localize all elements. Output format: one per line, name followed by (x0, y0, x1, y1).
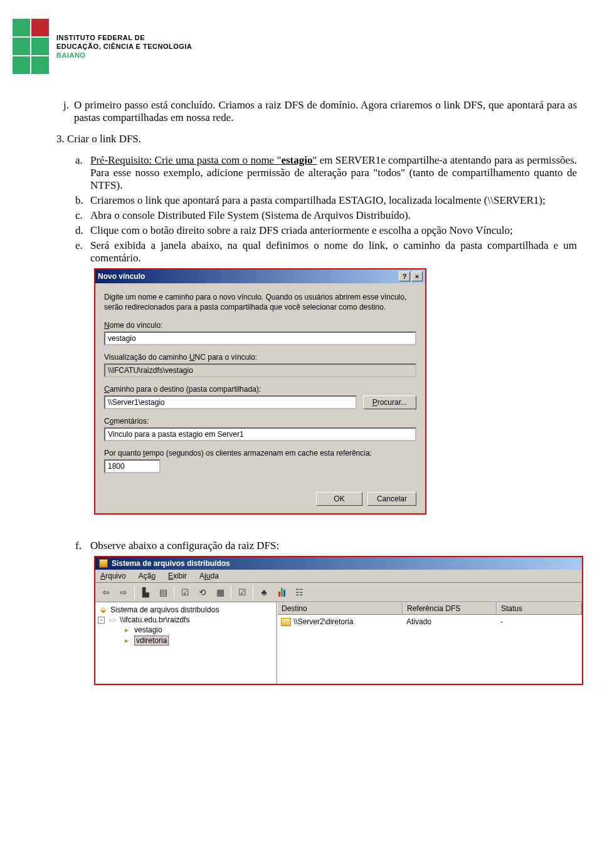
nome-vinculo-label: Nome do vínculo: (104, 321, 416, 330)
link-icon: ▸ (122, 636, 132, 645)
menu-arquivo[interactable]: Arquivo (100, 572, 126, 580)
chart-icon[interactable] (275, 585, 288, 599)
close-button[interactable]: × (411, 271, 423, 281)
map-icon[interactable]: ♣ (257, 585, 271, 599)
caminho-label: Caminho para o destino (pasta compartilh… (104, 385, 416, 394)
subitem-d: d. Clique com o botão direito sobre a ra… (75, 224, 577, 237)
cache-label: Por quanto tempo (segundos) os clientes … (104, 449, 416, 458)
collapse-icon[interactable]: − (98, 617, 105, 624)
col-status[interactable]: Status (497, 602, 582, 615)
dfs-mmc-window: Sistema de arquivos distribuídos Arquivo… (94, 556, 583, 685)
list-icon[interactable]: ▤ (156, 585, 170, 599)
ok-button[interactable]: OK (316, 492, 362, 506)
subitem-b: b. Criaremos o link que apontará para a … (75, 194, 577, 207)
step-3: 3. Criar o link DFS. (56, 133, 577, 145)
cache-input[interactable] (104, 459, 161, 473)
institution-logo: INSTITUTO FEDERAL DE EDUCAÇÃO, CIÊNCIA E… (13, 19, 577, 74)
logo-text: INSTITUTO FEDERAL DE EDUCAÇÃO, CIÊNCIA E… (56, 33, 192, 60)
col-destino[interactable]: Destino (277, 602, 403, 615)
novo-vinculo-dialog: Novo vínculo ? × Digite um nome e caminh… (94, 268, 426, 515)
menu-exibir[interactable]: Exibir (168, 572, 187, 580)
item-j: j. O primeiro passo está concluído. Cria… (56, 99, 577, 124)
dialog-title: Novo vínculo (98, 272, 145, 281)
subitem-a: a. Pré-Requisito: Crie uma pasta com o n… (75, 154, 577, 192)
properties-icon[interactable]: ☑ (178, 585, 192, 599)
cancel-button[interactable]: Cancelar (367, 492, 416, 506)
caminho-input[interactable] (104, 395, 357, 409)
subitem-e: e. Será exibida a janela abaixo, na qual… (75, 239, 577, 264)
refresh-icon[interactable]: ⟲ (196, 585, 209, 599)
mmc-app-icon (99, 559, 108, 568)
mmc-toolbar: ⇦ ⇨ ▙ ▤ ☑ ⟲ ▦ ☑ ♣ ☷ (95, 583, 582, 602)
subitem-f: f. Observe abaixo a configuração da raiz… (75, 540, 577, 552)
procurar-button[interactable]: Procurar... (363, 395, 416, 409)
dfs-root-icon: ⬙ (98, 605, 108, 614)
tree-vdiretoria[interactable]: ▸ vdiretoria (97, 635, 275, 646)
pre-requisito-link: Pré-Requisito: Crie uma pasta com o nome… (90, 154, 317, 166)
list-row[interactable]: \\Server2\diretoria Ativado - (277, 615, 582, 629)
logo-squares-icon (13, 19, 49, 74)
tree-vestagio[interactable]: ▸ vestagio (97, 625, 275, 635)
mmc-tree[interactable]: ⬙ Sistema de arquivos distribuídos − ▭ \… (95, 602, 277, 684)
comentarios-label: Comentários: (104, 417, 416, 426)
mmc-title: Sistema de arquivos distribuídos (112, 559, 230, 568)
up-icon[interactable]: ▙ (139, 585, 152, 599)
comentarios-input[interactable] (104, 427, 416, 441)
mmc-list[interactable]: Destino Referência DFS Status \\Server2\… (277, 602, 582, 684)
unc-label: Visualização do caminho UNC para o víncu… (104, 353, 416, 362)
tree-root[interactable]: ⬙ Sistema de arquivos distribuídos (97, 605, 275, 615)
link-icon: ▸ (122, 625, 132, 634)
col-referencia[interactable]: Referência DFS (403, 602, 497, 615)
dialog-titlebar: Novo vínculo ? × (95, 269, 425, 283)
nome-vinculo-input[interactable] (104, 332, 416, 345)
security-icon[interactable]: ☷ (292, 585, 306, 599)
menu-ajuda[interactable]: Ajuda (199, 572, 219, 580)
mmc-menu: Arquivo Ação Exibir Ajuda (95, 570, 582, 583)
unc-input (104, 363, 416, 377)
folder-icon (281, 618, 291, 626)
subitem-c: c. Abra o console Distributed File Syste… (75, 209, 577, 222)
new-icon[interactable]: ☑ (235, 585, 249, 599)
menu-acao[interactable]: Ação (139, 572, 156, 580)
dialog-intro: Digite um nome e caminho para o novo vín… (104, 292, 416, 312)
tree-server[interactable]: − ▭ \\ifcatu.edu.br\raizdfs (97, 615, 275, 625)
list-header[interactable]: Destino Referência DFS Status (277, 602, 582, 615)
back-icon[interactable]: ⇦ (99, 585, 113, 599)
mmc-titlebar: Sistema de arquivos distribuídos (95, 557, 582, 570)
help-button[interactable]: ? (399, 271, 410, 281)
export-icon[interactable]: ▦ (213, 585, 227, 599)
forward-icon[interactable]: ⇨ (117, 585, 130, 599)
server-icon: ▭ (107, 615, 117, 624)
